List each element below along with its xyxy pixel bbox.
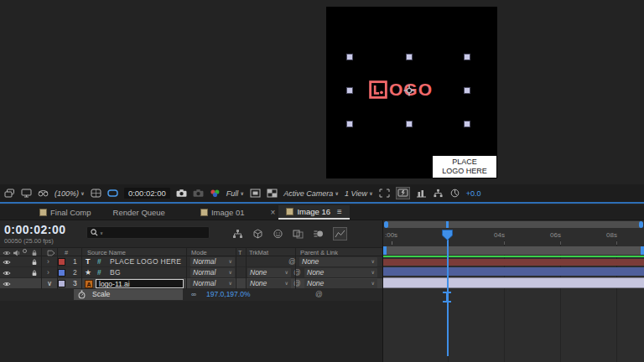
logo-graphic[interactable]: OGO bbox=[369, 79, 433, 101]
after-effects-window: OGO PLACE LOGO HERE (100%)∨ 0:00:02:00 F… bbox=[0, 0, 644, 362]
track-matte-dropdown[interactable]: None∨ bbox=[247, 268, 291, 277]
work-area-bar[interactable] bbox=[383, 246, 644, 255]
collapse-transformations-icon[interactable]: # bbox=[97, 256, 101, 267]
draft-3d-icon[interactable] bbox=[252, 229, 263, 239]
lock-icon[interactable] bbox=[31, 259, 38, 266]
goggles-icon[interactable] bbox=[38, 189, 49, 198]
work-area-start-handle[interactable] bbox=[383, 246, 387, 255]
monitor-icon[interactable] bbox=[21, 189, 32, 198]
playhead-ibeam[interactable] bbox=[443, 292, 451, 303]
fast-preview-button[interactable] bbox=[396, 187, 410, 199]
time-navigator-bar[interactable] bbox=[384, 221, 643, 228]
track-matte-value: None bbox=[250, 279, 267, 288]
camera-view-dropdown[interactable]: Active Camera∨ bbox=[283, 189, 339, 198]
tab-image-01[interactable]: Image 01 bbox=[193, 205, 252, 220]
property-name[interactable]: Scale bbox=[92, 289, 110, 300]
layer-color-swatch[interactable] bbox=[58, 258, 65, 266]
scale-property-row[interactable]: Scale ∞ 197.0,197.0% @ bbox=[0, 289, 382, 301]
selection-handle[interactable] bbox=[464, 121, 470, 127]
link-icon[interactable]: ∞ bbox=[191, 289, 196, 300]
tab-final-comp[interactable]: Final Comp bbox=[32, 205, 99, 220]
exposure-reset-icon[interactable] bbox=[449, 189, 460, 198]
layer-bar-2[interactable] bbox=[383, 267, 644, 276]
magnification-dropdown[interactable]: (100%)∨ bbox=[55, 189, 85, 198]
camera-view-value: Active Camera bbox=[283, 189, 333, 198]
blend-mode-dropdown[interactable]: Normal∨ bbox=[190, 257, 235, 266]
search-input[interactable] bbox=[105, 228, 197, 237]
transparency-grid-icon[interactable] bbox=[267, 189, 278, 198]
expander-icon[interactable]: › bbox=[47, 267, 49, 278]
composition-icon bbox=[200, 209, 208, 216]
layer-bar-3-selected[interactable] bbox=[383, 277, 644, 288]
current-time-field[interactable]: 0:00:02:00 bbox=[124, 188, 170, 199]
ruler-icon[interactable] bbox=[416, 189, 427, 198]
lock-icon[interactable] bbox=[31, 270, 38, 277]
layer-color-swatch[interactable] bbox=[58, 269, 65, 277]
timeline-current-time[interactable]: 0:00:02:00 bbox=[4, 223, 66, 236]
exposure-value[interactable]: +0.0 bbox=[466, 189, 481, 198]
selection-handle[interactable] bbox=[406, 54, 413, 60]
scale-value[interactable]: 197.0,197.0% bbox=[206, 289, 250, 300]
eye-icon[interactable] bbox=[3, 259, 11, 266]
selection-handle[interactable] bbox=[346, 87, 353, 94]
layer-color-swatch[interactable] bbox=[58, 280, 65, 287]
place-label-line1: PLACE bbox=[433, 158, 496, 167]
eye-icon[interactable] bbox=[3, 270, 11, 277]
collapse-transformations-icon[interactable]: # bbox=[97, 267, 101, 278]
playhead-marker[interactable] bbox=[442, 230, 453, 240]
motion-blur-icon[interactable] bbox=[313, 229, 324, 239]
region-of-interest-icon[interactable] bbox=[250, 189, 261, 198]
resolution-dropdown[interactable]: Full∨ bbox=[226, 189, 244, 198]
chevron-down-icon: ∨ bbox=[285, 279, 288, 288]
close-tab-icon[interactable]: × bbox=[267, 205, 279, 220]
navigator-start-handle[interactable] bbox=[384, 221, 388, 228]
graph-editor-button[interactable] bbox=[333, 227, 347, 240]
work-area-end-handle[interactable] bbox=[641, 246, 644, 255]
column-index: # bbox=[65, 249, 68, 256]
layer-rename-input[interactable] bbox=[96, 279, 184, 288]
parent-value: None bbox=[302, 257, 319, 266]
selection-handle[interactable] bbox=[464, 87, 470, 94]
tab-image-16[interactable]: Image 16 ≡ bbox=[278, 205, 349, 220]
parent-link-dropdown[interactable]: None∨ bbox=[299, 257, 377, 266]
windows-icon[interactable] bbox=[4, 189, 15, 198]
expand-icon[interactable] bbox=[379, 189, 390, 198]
pickwhip-icon[interactable]: @ bbox=[315, 289, 323, 300]
selection-handle[interactable] bbox=[346, 54, 353, 60]
safe-guides-icon[interactable] bbox=[91, 189, 101, 198]
selection-handle[interactable] bbox=[406, 121, 413, 127]
frame-blending-icon[interactable] bbox=[293, 229, 304, 239]
parent-value: None bbox=[307, 268, 324, 277]
expander-icon[interactable]: ∨ bbox=[47, 278, 52, 289]
channels-icon[interactable] bbox=[210, 189, 221, 198]
parent-link-dropdown[interactable]: None∨ bbox=[304, 279, 377, 288]
panel-menu-icon[interactable]: ≡ bbox=[337, 207, 342, 216]
show-snapshot-icon[interactable] bbox=[193, 189, 204, 198]
expander-icon[interactable]: › bbox=[47, 256, 49, 267]
place-logo-here-label[interactable]: PLACE LOGO HERE bbox=[433, 156, 496, 178]
composition-canvas[interactable]: OGO PLACE LOGO HERE bbox=[326, 7, 497, 178]
parent-link-dropdown[interactable]: None∨ bbox=[304, 268, 377, 277]
shy-icon[interactable] bbox=[273, 229, 283, 239]
column-source-name[interactable]: Source Name bbox=[87, 249, 126, 256]
mask-visibility-icon[interactable] bbox=[107, 189, 118, 198]
anchor-point-icon[interactable] bbox=[403, 85, 415, 96]
layer-bar-1[interactable] bbox=[383, 259, 644, 266]
tab-render-queue[interactable]: Render Queue bbox=[106, 205, 173, 220]
eye-icon bbox=[3, 250, 11, 256]
snapshot-camera-icon[interactable] bbox=[176, 189, 187, 198]
blend-mode-dropdown[interactable]: Normal∨ bbox=[190, 268, 235, 277]
view-layout-dropdown[interactable]: 1 View∨ bbox=[345, 189, 373, 198]
stopwatch-icon[interactable] bbox=[78, 290, 86, 299]
tab-label: Final Comp bbox=[50, 208, 91, 217]
selection-handle[interactable] bbox=[464, 54, 470, 60]
blend-mode-dropdown[interactable]: Normal∨ bbox=[190, 279, 235, 288]
eye-icon[interactable] bbox=[3, 281, 11, 287]
track-matte-dropdown[interactable]: None∨ bbox=[247, 279, 291, 288]
tab-label: Image 01 bbox=[211, 208, 245, 217]
flowchart-icon[interactable] bbox=[433, 189, 444, 198]
selection-handle[interactable] bbox=[346, 121, 353, 127]
navigator-end-handle[interactable] bbox=[639, 221, 643, 228]
comp-mini-flowchart-icon[interactable] bbox=[232, 229, 243, 239]
timeline-search[interactable]: ∨ bbox=[86, 226, 210, 239]
